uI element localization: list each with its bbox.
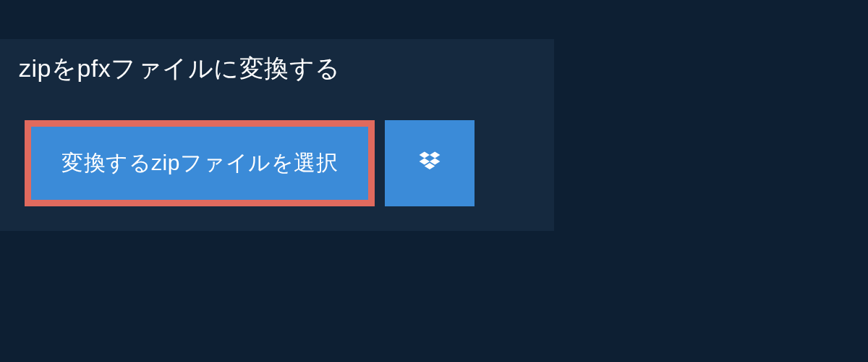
dropbox-icon xyxy=(417,149,443,178)
converter-panel: zipをpfxファイルに変換する 変換するzipファイルを選択 xyxy=(0,39,554,231)
button-row: 変換するzipファイルを選択 xyxy=(25,120,554,206)
page-title: zipをpfxファイルに変換する xyxy=(19,52,341,85)
select-file-button[interactable]: 変換するzipファイルを選択 xyxy=(25,120,375,206)
dropbox-button[interactable] xyxy=(385,120,475,206)
title-bar: zipをpfxファイルに変換する xyxy=(0,39,359,100)
select-file-label: 変換するzipファイルを選択 xyxy=(61,148,338,178)
